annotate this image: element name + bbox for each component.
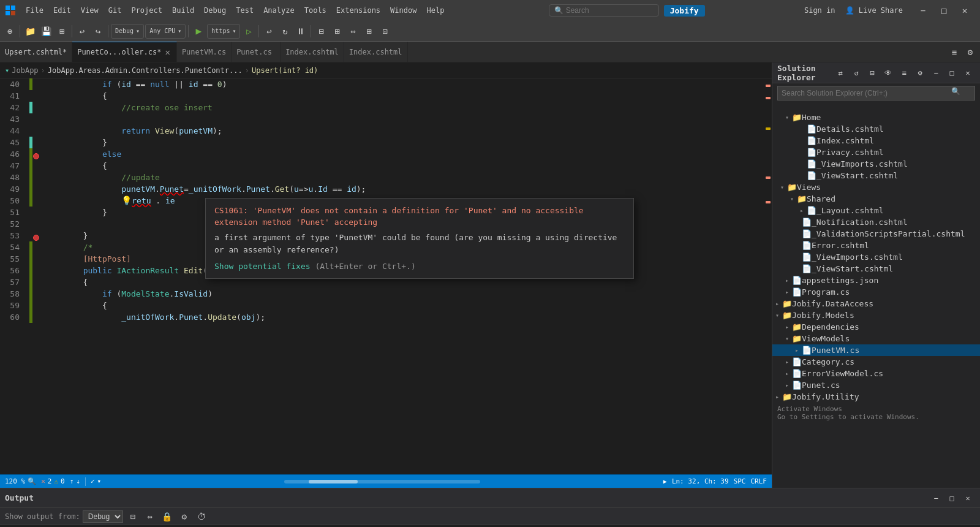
tree-item-punetvm[interactable]: ▸ 📄 PunetVM.cs [772, 344, 980, 356]
output-close-btn[interactable]: ✕ [960, 491, 975, 506]
tree-item-models[interactable]: ▾ 📁 Jobify.Models [772, 309, 980, 321]
tab-punetcontroller-close[interactable]: ✕ [164, 47, 171, 57]
tree-item-viewstart-home[interactable]: 📄 _ViewStart.cshtml [772, 170, 980, 181]
tree-item-notification[interactable]: 📄 _Notification.cshtml [772, 216, 980, 228]
code-editor[interactable]: if (id == null || id == 0) { //create os… [40, 78, 763, 474]
se-settings-btn[interactable]: ⚙ [913, 66, 927, 80]
tree-item-appsettings[interactable]: ▸ 📄 appsettings.json [772, 275, 980, 286]
show-fixes-link[interactable]: Show potential fixes [214, 262, 311, 271]
se-sync-btn[interactable]: ⇄ [833, 66, 848, 80]
output-settings-btn[interactable]: ⚙ [177, 509, 192, 524]
menu-project[interactable]: Project [126, 0, 167, 21]
menu-window[interactable]: Window [385, 0, 421, 21]
menu-analyze[interactable]: Analyze [258, 0, 300, 21]
sign-in-button[interactable]: Sign in [804, 6, 835, 15]
tab-index1[interactable]: Index.cshtml [281, 42, 344, 62]
toolbar-more-4[interactable]: ⊟ [314, 24, 328, 39]
se-show-all-btn[interactable]: 👁 [881, 66, 895, 80]
tree-item-viewmodels[interactable]: ▾ 📁 ViewModels [772, 333, 980, 344]
start-without-debug[interactable]: ▷ [241, 24, 256, 39]
tree-item-program[interactable]: ▸ 📄 Program.cs [772, 286, 980, 298]
output-clear-btn[interactable]: ⊟ [126, 509, 140, 524]
tab-list-button[interactable]: ≡ [947, 45, 962, 59]
tree-item-layout[interactable]: ▸ 📄 _Layout.cshtml [772, 205, 980, 216]
menu-git[interactable]: Git [104, 0, 127, 21]
menu-tools[interactable]: Tools [300, 0, 331, 21]
se-search-input[interactable] [777, 86, 975, 100]
output-float-btn[interactable]: □ [944, 491, 959, 506]
menu-file[interactable]: File [21, 0, 48, 21]
menu-view[interactable]: View [76, 0, 104, 21]
run-config-dropdown[interactable]: https ▾ [207, 24, 240, 39]
menu-help[interactable]: Help [421, 0, 449, 21]
tree-item-views[interactable]: ▾ 📁 Views [772, 181, 980, 193]
menu-build[interactable]: Build [167, 0, 199, 21]
toolbar-more-1[interactable]: ↩ [262, 24, 276, 39]
tab-upsert[interactable]: Upsert.cshtml* [0, 42, 72, 62]
toolbar-undo[interactable]: ↩ [75, 24, 89, 39]
global-search-box[interactable]: 🔍 [549, 4, 659, 17]
se-collapse-btn[interactable]: ⊟ [865, 66, 880, 80]
breadcrumb-member[interactable]: Upsert(int? id) [252, 66, 318, 75]
tree-item-dataaccess[interactable]: ▸ 📁 Jobify.DataAccess [772, 298, 980, 309]
live-share-button[interactable]: 👤 Live Share [840, 6, 908, 15]
se-close-btn[interactable]: − [929, 66, 943, 80]
tree-item-details[interactable]: 📄 Details.cshtml [772, 123, 980, 135]
error-status[interactable]: ✕ 2 ⚠ 0 [41, 477, 65, 485]
output-timer-btn[interactable]: ⏱ [194, 509, 209, 524]
breadcrumb-project[interactable]: JobApp [12, 66, 38, 75]
tab-punetvm[interactable]: PunetVM.cs [177, 42, 232, 62]
toolbar-new[interactable]: ⊕ [2, 24, 17, 39]
tree-item-viewimports-shared[interactable]: 📄 _ViewImports.cshtml [772, 251, 980, 263]
toolbar-more-5[interactable]: ⊞ [330, 24, 344, 39]
output-lock-scroll[interactable]: 🔒 [160, 509, 175, 524]
menu-extensions[interactable]: Extensions [331, 0, 385, 21]
menu-test[interactable]: Test [231, 0, 258, 21]
toolbar-save-all[interactable]: ⊞ [55, 24, 69, 39]
scroll-bar-area[interactable] [106, 480, 658, 483]
tree-item-shared[interactable]: ▾ 📁 Shared [772, 193, 980, 205]
minimize-button[interactable]: − [913, 0, 933, 21]
output-minimize-btn[interactable]: − [929, 491, 943, 506]
tree-item-viewstart-shared[interactable]: 📄 _ViewStart.cshtml [772, 263, 980, 275]
tree-item-viewimports-home[interactable]: 📄 _ViewImports.cshtml [772, 158, 980, 170]
tree-item-errorviewmodel[interactable]: ▸ 📄 ErrorViewModel.cs [772, 368, 980, 379]
navigation-up[interactable]: ↑ ↓ [70, 477, 80, 485]
toolbar-redo[interactable]: ↪ [91, 24, 105, 39]
maximize-button[interactable]: □ [933, 0, 954, 21]
toolbar-more-2[interactable]: ↻ [277, 24, 292, 39]
tree-item-home[interactable]: ▾ 📁 Home [772, 112, 980, 123]
global-search-input[interactable] [566, 6, 639, 15]
toolbar-more-6[interactable]: ⇔ [345, 24, 360, 39]
tab-punetcontroller[interactable]: PunetCo...oller.cs* ✕ [72, 42, 177, 62]
toolbar-more-7[interactable]: ⊞ [361, 24, 376, 39]
zoom-indicator[interactable]: 120 % 🔍 [5, 477, 36, 485]
se-refresh-btn[interactable]: ↺ [849, 66, 864, 80]
output-toggle-word-wrap[interactable]: ⇔ [143, 509, 157, 524]
output-source-select[interactable]: Debug [83, 510, 123, 523]
menu-debug[interactable]: Debug [199, 0, 231, 21]
debug-config-dropdown[interactable]: Debug ▾ [111, 24, 144, 39]
toolbar-more-8[interactable]: ⊡ [377, 24, 392, 39]
tab-index2[interactable]: Index.cshtml [344, 42, 408, 62]
se-popout-btn[interactable]: □ [944, 66, 959, 80]
tree-item-utility[interactable]: ▸ 📁 Jobify.Utility [772, 391, 980, 403]
start-button[interactable]: ▶ [191, 24, 206, 39]
breadcrumb-dropdown[interactable]: ▾ [5, 66, 9, 75]
se-filter-btn[interactable]: ≡ [897, 66, 911, 80]
close-button[interactable]: ✕ [954, 0, 975, 21]
tree-item-privacy[interactable]: 📄 Privacy.cshtml [772, 146, 980, 158]
toolbar-more-3[interactable]: ⏸ [293, 24, 308, 39]
tab-punet[interactable]: Punet.cs [232, 42, 281, 62]
tree-item-index-home[interactable]: 📄 Index.cshtml [772, 135, 980, 146]
platform-dropdown[interactable]: Any CPU ▾ [145, 24, 186, 39]
tree-item-validation[interactable]: 📄 _ValidationScriptsPartial.cshtml [772, 228, 980, 240]
tree-item-punet[interactable]: ▸ 📄 Punet.cs [772, 379, 980, 391]
scroll-thumb[interactable] [309, 480, 358, 483]
breadcrumb-path[interactable]: JobApp.Areas.Admin.Controllers.PunetCont… [48, 66, 243, 75]
se-detach-btn[interactable]: ✕ [960, 66, 975, 80]
tree-item-category[interactable]: ▸ 📄 Category.cs [772, 356, 980, 368]
toolbar-save[interactable]: 💾 [39, 24, 53, 39]
tree-item-dependencies[interactable]: ▸ 📁 Dependencies [772, 321, 980, 333]
toolbar-open[interactable]: 📁 [23, 24, 37, 39]
